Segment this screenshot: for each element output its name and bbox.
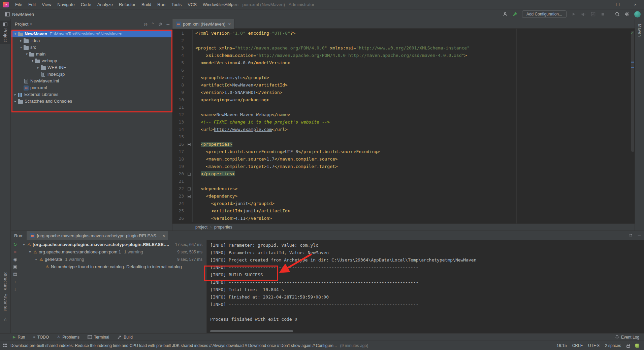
menu-build[interactable]: Build bbox=[138, 0, 154, 9]
editor-scrollbar-thumb[interactable] bbox=[631, 31, 634, 152]
error-stripe-mark[interactable] bbox=[631, 62, 634, 63]
chevron-down-icon[interactable]: ▾ bbox=[19, 44, 24, 51]
breadcrumb-project[interactable]: project bbox=[195, 225, 207, 230]
event-log-button[interactable]: Event Log bbox=[615, 335, 639, 340]
run-tree-time: 9 sec, 585 ms bbox=[174, 248, 202, 256]
chevron-down-icon[interactable]: ▾ bbox=[28, 248, 32, 256]
tree-row-main[interactable]: ▾ main bbox=[11, 51, 172, 58]
profiler-button[interactable] bbox=[590, 11, 596, 17]
close-tab-icon[interactable]: × bbox=[228, 22, 231, 27]
toolwindow-terminal-button[interactable]: Terminal bbox=[88, 335, 109, 340]
stop-icon[interactable]: ■ bbox=[14, 250, 17, 254]
status-widget-icon[interactable] bbox=[635, 344, 639, 348]
user-avatar[interactable] bbox=[634, 11, 641, 18]
chevron-down-icon[interactable]: ▾ bbox=[24, 51, 29, 58]
run-tree-row-generate[interactable]: ▾ ⚠ generate 1 warning 9 sec, 577 ms bbox=[20, 256, 206, 263]
hide-panel-icon[interactable]: ─ bbox=[638, 233, 641, 238]
project-view-selector[interactable]: Project bbox=[15, 22, 28, 27]
toolwindow-build-button[interactable]: Build bbox=[117, 335, 133, 340]
line-ending-indicator[interactable]: CRLF bbox=[572, 343, 583, 348]
favorites-star-icon[interactable]: ☆ bbox=[3, 317, 7, 322]
breadcrumb-properties[interactable]: properties bbox=[214, 225, 232, 230]
chevron-down-icon[interactable]: ▾ bbox=[30, 58, 35, 64]
toolwindow-switcher-icon[interactable] bbox=[3, 343, 7, 348]
menu-analyze[interactable]: Analyze bbox=[94, 0, 116, 9]
tree-row-index-jsp[interactable]: index.jsp bbox=[11, 71, 172, 78]
add-configuration-button[interactable]: Add Configuration... bbox=[522, 10, 567, 18]
tree-row-idea[interactable]: ▸ .idea bbox=[11, 37, 172, 44]
status-time: 16:15 bbox=[557, 343, 567, 348]
tool-button-project[interactable]: Project bbox=[0, 21, 10, 44]
code-lines: 1<?xml version="1.0" encoding="UTF-8"?>2… bbox=[172, 30, 635, 222]
stop-button[interactable] bbox=[600, 11, 606, 17]
tree-row-web-inf[interactable]: ▸ WEB-INF bbox=[11, 64, 172, 71]
run-button[interactable] bbox=[571, 11, 576, 17]
snapshot-icon[interactable]: ▣ bbox=[13, 265, 17, 269]
toolbar-project-name[interactable]: NewMaven bbox=[12, 12, 34, 17]
collapse-all-icon[interactable]: ⌃ bbox=[151, 22, 154, 27]
code-editor[interactable]: 1<?xml version="1.0" encoding="UTF-8"?>2… bbox=[172, 29, 635, 223]
menu-edit[interactable]: Edit bbox=[25, 0, 39, 9]
console-hscrollbar-thumb[interactable] bbox=[210, 330, 293, 332]
tree-row-webapp[interactable]: ▾ webapp bbox=[11, 58, 172, 64]
tool-button-structure[interactable]: Structure bbox=[0, 271, 10, 292]
chevron-down-icon[interactable]: ▾ bbox=[13, 31, 18, 37]
pin-icon[interactable]: ◉ bbox=[13, 257, 17, 262]
chevron-down-icon[interactable]: ▾ bbox=[34, 256, 38, 263]
tool-button-maven[interactable]: Maven bbox=[637, 24, 642, 37]
search-everywhere-icon[interactable] bbox=[615, 11, 620, 17]
readonly-lock-icon[interactable] bbox=[626, 345, 630, 348]
toolwindow-run-button[interactable]: ▶ Run bbox=[13, 335, 25, 340]
rerun-icon[interactable]: ↻ bbox=[13, 242, 17, 247]
run-console[interactable]: [INFO] Parameter: groupId, Value: com.yl… bbox=[207, 240, 644, 333]
build-wrench-icon[interactable] bbox=[512, 11, 518, 17]
status-message[interactable]: Download pre-built shared indexes: Reduc… bbox=[10, 343, 337, 348]
toolwindow-problems-button[interactable]: ⚠ Problems bbox=[57, 335, 79, 340]
collapse-all-icon[interactable]: ↓ bbox=[14, 287, 17, 291]
menu-file[interactable]: File bbox=[12, 0, 25, 9]
warning-icon: ⚠ bbox=[44, 263, 50, 271]
chevron-right-icon[interactable]: ▸ bbox=[13, 98, 18, 105]
close-tab-icon[interactable]: × bbox=[162, 233, 165, 238]
chevron-down-icon[interactable]: ▾ bbox=[22, 241, 26, 248]
tree-row-scratches[interactable]: ▸ Scratches and Consoles bbox=[11, 98, 172, 105]
menu-code[interactable]: Code bbox=[78, 0, 94, 9]
settings-gear-icon[interactable] bbox=[624, 11, 630, 17]
close-button[interactable]: × bbox=[626, 0, 644, 9]
tree-row-src[interactable]: ▾ src bbox=[11, 44, 172, 51]
panel-settings-icon[interactable] bbox=[158, 22, 163, 27]
menu-run[interactable]: Run bbox=[154, 0, 168, 9]
locate-file-icon[interactable]: ◎ bbox=[144, 22, 147, 27]
chevron-right-icon[interactable]: ▸ bbox=[36, 64, 41, 71]
menu-navigate[interactable]: Navigate bbox=[54, 0, 77, 9]
menu-view[interactable]: View bbox=[39, 0, 54, 9]
tree-row-project-root[interactable]: ▾ NewMaven E:\MavenText\NewMaven\NewMave… bbox=[11, 31, 172, 37]
maximize-button[interactable]: ☐ bbox=[609, 0, 626, 9]
tree-row-newmaven-iml[interactable]: NewMaven.iml bbox=[11, 78, 172, 84]
run-settings-icon[interactable] bbox=[628, 233, 633, 238]
minimize-button[interactable]: — bbox=[591, 0, 609, 9]
hide-panel-icon[interactable]: ─ bbox=[166, 22, 169, 27]
tree-row-pom-xml[interactable]: m pom.xml bbox=[11, 84, 172, 91]
menu-refactor[interactable]: Refactor bbox=[116, 0, 138, 9]
editor-tab-pom-xml[interactable]: m pom.xml (NewMaven) × bbox=[172, 19, 234, 29]
tool-button-favorites[interactable]: Favorites bbox=[0, 292, 10, 313]
menu-vcs[interactable]: VCS bbox=[185, 0, 200, 9]
chevron-down-icon[interactable]: ▾ bbox=[30, 22, 32, 26]
chevron-right-icon[interactable]: ▸ bbox=[13, 91, 18, 98]
tree-row-external-libraries[interactable]: ▸ External Libraries bbox=[11, 91, 172, 98]
run-tree-row-pom[interactable]: ▾ ⚠ org.apache.maven:standalone-pom:pom:… bbox=[20, 248, 206, 256]
chevron-right-icon[interactable]: ▸ bbox=[19, 37, 24, 44]
encoding-indicator[interactable]: UTF-8 bbox=[588, 343, 600, 348]
run-tree-row-goal[interactable]: ▾ ⚠ [org.apache.maven.plugins:maven-arch… bbox=[20, 241, 206, 248]
toolwindow-todo-button[interactable]: ≡ TODO bbox=[33, 335, 49, 340]
debug-button[interactable] bbox=[581, 11, 586, 17]
code-with-me-icon[interactable] bbox=[503, 11, 508, 17]
expand-all-icon[interactable]: ↑ bbox=[14, 279, 17, 284]
restore-layout-icon[interactable]: ▤ bbox=[13, 272, 17, 277]
run-tab[interactable]: m [org.apache.maven.plugins:maven-archet… bbox=[27, 231, 168, 240]
menu-tools[interactable]: Tools bbox=[168, 0, 185, 9]
indent-indicator[interactable]: 2 spaces bbox=[605, 343, 621, 348]
error-stripe-mark[interactable] bbox=[631, 67, 634, 68]
run-tree-row-no-archetype[interactable]: ⚠ No archetype found in remote catalog. … bbox=[20, 263, 206, 271]
